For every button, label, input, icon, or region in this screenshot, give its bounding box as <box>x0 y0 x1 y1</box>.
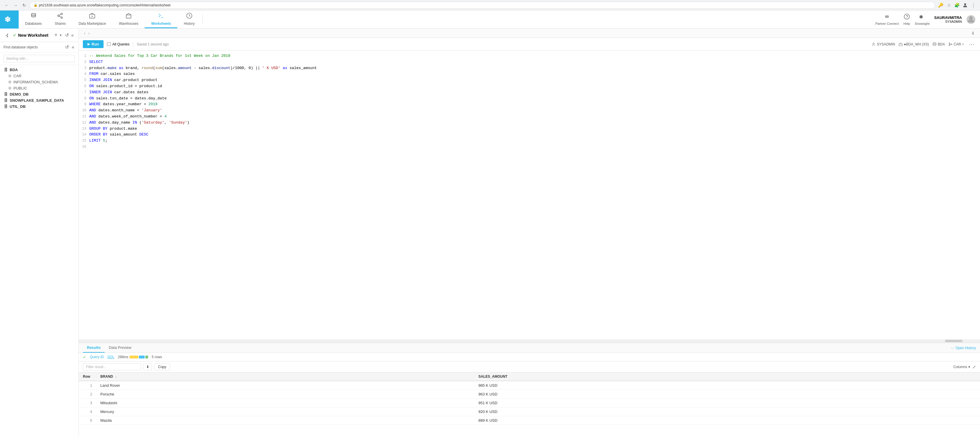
sql-line-5: 5 INNER JOIN car.product product <box>79 77 980 83</box>
line-num-1: 1 <box>79 53 89 59</box>
expand-btn[interactable]: ⤢ <box>972 365 976 369</box>
address-bar[interactable]: 🔒 ph21638.southeast-asia.azure.snowflake… <box>30 2 935 9</box>
history-icon <box>186 13 192 21</box>
open-history-btn[interactable]: ← Open History <box>951 346 976 350</box>
tab-results[interactable]: Results <box>83 343 105 353</box>
col-header-sales[interactable]: SALES_AMOUNT <box>474 373 980 381</box>
find-objects-label: Find database objects <box>3 45 38 49</box>
sidebar-collapse-btn[interactable]: ❮ <box>4 32 11 38</box>
sql-line-1: 1 -- Weekend Sales for Top 3 Car Brands … <box>79 53 980 59</box>
warehouse-tag[interactable]: ●BDA_WH (XS) <box>899 42 929 46</box>
avatar[interactable] <box>967 15 975 24</box>
sidebar-actions: ↺ « <box>64 32 75 38</box>
new-worksheet-btn[interactable]: + <box>53 32 59 39</box>
schema-tag[interactable]: CAR ▾ <box>948 42 964 46</box>
sql-editor[interactable]: 1 -- Weekend Sales for Top 3 Car Brands … <box>79 51 980 339</box>
tab-left-arrow[interactable]: ‹ <box>83 30 87 37</box>
schema-item-info[interactable]: ⚙ INFORMATION_SCHEMA <box>0 79 78 85</box>
more-options-btn[interactable]: ⋮ <box>970 2 977 8</box>
nav-item-worksheets[interactable]: Worksheets <box>145 11 177 28</box>
more-options-button[interactable]: ⋯ <box>967 41 976 48</box>
nav-item-history[interactable]: History <box>177 11 201 28</box>
line-content-7: INNER JOIN car.dates dates <box>89 89 980 95</box>
filter-input[interactable] <box>83 363 141 370</box>
collapse-objects-btn[interactable]: « <box>71 44 75 51</box>
snowflake-logo[interactable]: ❄ <box>0 11 19 29</box>
sql-line-10: 10 AND dates.month_name = 'January' <box>79 108 980 114</box>
table-row: 4 Mercury 920 K USD <box>79 407 980 416</box>
db-item-sample[interactable]: 🗄 SNOWFLAKE_SAMPLE_DATA <box>0 97 78 103</box>
snowsight-btn[interactable]: ❄ Snowsight <box>915 13 929 25</box>
shares-icon <box>57 13 63 21</box>
editor-scrollbar-thumb[interactable] <box>945 340 963 342</box>
line-num-14: 14 <box>79 132 89 138</box>
back-button[interactable]: ← <box>3 2 10 8</box>
columns-label: Columns <box>953 365 967 369</box>
sql-link[interactable]: SQL <box>107 355 115 359</box>
all-queries-checkbox[interactable] <box>107 42 111 46</box>
schema-item-public[interactable]: ⚙ PUBLIC <box>0 85 78 91</box>
line-content-2: SELECT <box>89 59 980 65</box>
refresh-db-btn[interactable]: ↺ <box>64 32 69 38</box>
col-header-row[interactable]: Row <box>79 373 96 381</box>
query-toolbar: ▶ Run All Queries Saved 1 second ago SYS… <box>79 38 980 51</box>
extensions-icon-btn[interactable]: 🧩 <box>954 2 960 8</box>
refresh-button[interactable]: ↻ <box>21 2 27 8</box>
col-header-brand[interactable]: BRAND ↓ <box>96 373 474 381</box>
worksheet-title: New Worksheet <box>18 33 48 38</box>
sql-line-2: 2 SELECT <box>79 59 980 65</box>
line-num-3: 3 <box>79 66 89 71</box>
tab-results-label: Results <box>87 346 100 350</box>
saved-text: Saved 1 second ago <box>137 42 169 46</box>
nav-item-marketplace[interactable]: Data Marketplace <box>72 11 112 28</box>
databases-label: Databases <box>25 22 42 25</box>
key-icon-btn[interactable]: 🔑 <box>937 2 944 8</box>
collapse-sidebar-btn[interactable]: « <box>71 32 75 38</box>
brand-cell-5: Mazda <box>96 416 474 425</box>
search-input[interactable] <box>3 55 75 62</box>
panel-collapse-btn[interactable]: ⬇ <box>970 30 976 37</box>
help-btn[interactable]: Help <box>904 13 910 25</box>
partner-connect-btn[interactable]: Partner Connect <box>875 13 899 25</box>
profile-icon-btn[interactable] <box>962 2 968 8</box>
browser-actions: 🔑 ☆ 🧩 ⋮ <box>937 2 977 8</box>
nav-item-shares[interactable]: Shares <box>48 11 72 28</box>
nav-item-databases[interactable]: Databases <box>19 11 48 28</box>
row-num-4: 4 <box>79 407 96 416</box>
db-item-utildb[interactable]: 🗄 UTIL_DB <box>0 103 78 109</box>
download-btn[interactable]: ⬇ <box>143 363 152 370</box>
expand-icon: ⤢ <box>972 365 976 369</box>
line-num-4: 4 <box>79 71 89 77</box>
sales-cell-3: 951 K USD <box>474 399 980 407</box>
table-row: 1 Land Rover 985 K USD <box>79 381 980 390</box>
new-worksheet-chevron[interactable]: ▾ <box>59 32 62 39</box>
columns-btn[interactable]: Columns ▾ <box>953 365 970 369</box>
sales-cell-1: 985 K USD <box>474 381 980 390</box>
databases-icon <box>30 13 37 21</box>
sidebar: ❮ ✓ New Worksheet + ▾ ↺ « Find database … <box>0 29 79 436</box>
refresh-objects-btn[interactable]: ↺ <box>64 44 69 51</box>
line-num-16: 16 <box>79 144 89 150</box>
sql-line-12: 12 AND dates.day_name IN ('Saturday', 'S… <box>79 120 980 126</box>
role-tag[interactable]: SYSADMIN <box>872 42 895 46</box>
nav-item-warehouses[interactable]: Warehouses <box>112 11 145 28</box>
svg-point-19 <box>969 16 973 20</box>
schema-icon-car: ⚙ <box>8 74 12 78</box>
star-icon-btn[interactable]: ☆ <box>946 2 952 8</box>
editor-scrollbar[interactable] <box>79 339 980 343</box>
forward-button[interactable]: → <box>12 2 19 8</box>
tab-data-preview[interactable]: Data Preview <box>105 343 135 353</box>
tab-right-arrow[interactable]: › <box>87 30 91 37</box>
query-id-link[interactable]: Query ID <box>90 355 104 359</box>
all-queries-checkbox-label[interactable]: All Queries <box>107 42 129 46</box>
copy-btn[interactable]: Copy <box>154 363 170 370</box>
schema-item-car[interactable]: ⚙ CAR <box>0 73 78 79</box>
role-icon <box>872 42 876 46</box>
db-item-bda[interactable]: 🗄 BDA <box>0 67 78 73</box>
run-button[interactable]: ▶ Run <box>83 40 103 48</box>
toolbar-right: SYSADMIN ●BDA_WH (XS) BDA CAR ▾ ⋯ <box>872 41 976 48</box>
db-item-demodb[interactable]: 🗄 DEMO_DB <box>0 91 78 97</box>
results-panel: Results Data Preview ← Open History ✓ Qu… <box>79 343 980 436</box>
database-tag[interactable]: BDA <box>932 42 945 46</box>
user-info[interactable]: SAURAVMITRA SYSADMIN <box>934 16 962 23</box>
